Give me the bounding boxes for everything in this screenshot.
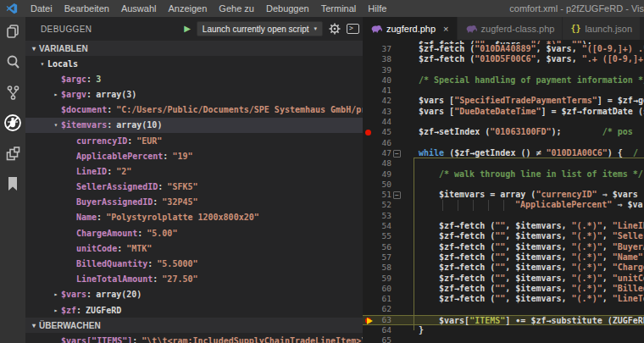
- code-line-51[interactable]: 51−$itemvars = array ("currencyID" ⇒ $va…: [363, 190, 644, 200]
- gutter[interactable]: 51−: [363, 190, 402, 200]
- code-line-37[interactable]: 37$zf→fetch ("010DA40889", $vars, "([0-9…: [363, 44, 644, 54]
- code-line-39[interactable]: 39: [363, 65, 644, 75]
- gutter[interactable]: 62: [363, 304, 402, 314]
- code-line-55[interactable]: 55$zf→fetch ("", $itemvars, "(.*)", "Sel…: [363, 231, 644, 241]
- gutter[interactable]: 56: [363, 242, 402, 252]
- variable-row[interactable]: ▾Locals: [25, 56, 363, 71]
- gutter[interactable]: 60: [363, 284, 402, 294]
- gutter[interactable]: 38: [363, 54, 402, 64]
- code-line-50[interactable]: 50: [363, 180, 644, 190]
- tab-zugferd-class.php[interactable]: zugferd-class.php: [458, 17, 564, 40]
- gear-icon[interactable]: [329, 23, 341, 35]
- chevron-down-icon[interactable]: ▾: [51, 121, 61, 129]
- code-line-53[interactable]: 53: [363, 211, 644, 221]
- code-line-45[interactable]: 45$zf→setIndex ("01063100FD"); /* pos: [363, 127, 644, 137]
- code-line-64[interactable]: 64}: [363, 325, 644, 335]
- explorer-icon[interactable]: [3, 22, 22, 41]
- code-line-60[interactable]: 60$zf→fetch ("", $itemvars, "(.*)", "Bil…: [363, 284, 644, 294]
- breakpoint-icon[interactable]: [365, 130, 371, 136]
- extensions-icon[interactable]: [3, 144, 22, 163]
- chevron-right-icon[interactable]: ▸: [51, 290, 61, 298]
- variable-row[interactable]: BuyerAssignedID:"32P45": [25, 195, 363, 210]
- code-line-65[interactable]: 65: [363, 335, 644, 343]
- variable-row[interactable]: $document:"C:/Users/Public/Documents/SPE…: [25, 102, 363, 118]
- gutter[interactable]: 39: [363, 65, 402, 75]
- variable-row[interactable]: SellerAssignedID:"SFK5": [25, 180, 363, 195]
- code-line-63[interactable]: 63$vars["ITEMS"] ∙= $zf→substitute (ZUGF…: [363, 315, 644, 325]
- menu-item-gehe-zu[interactable]: Gehe zu: [213, 3, 260, 14]
- menu-item-bearbeiten[interactable]: Bearbeiten: [58, 3, 115, 14]
- code-line-43[interactable]: 43$vars ["DueDateDateTime"] = $zf→format…: [363, 107, 644, 117]
- variable-row[interactable]: LineID:"2": [25, 163, 363, 179]
- gutter[interactable]: 42: [363, 96, 402, 106]
- gutter[interactable]: 45: [363, 127, 402, 137]
- debug-console-icon[interactable]: >: [347, 24, 359, 34]
- menu-item-datei[interactable]: Datei: [25, 3, 58, 14]
- menu-item-anzeigen[interactable]: Anzeigen: [162, 3, 213, 14]
- launch-config-dropdown[interactable]: Launch currently open script ▾: [197, 21, 323, 36]
- code-editor[interactable]: $zf→fetch ("", $vars, "(.*)", ""); 37$zf…: [363, 40, 644, 343]
- tab-launch.json[interactable]: {}launch.json: [563, 17, 641, 40]
- gutter[interactable]: 59: [363, 274, 402, 284]
- code-line-59[interactable]: 59$zf→fetch ("", $itemvars, "(.*)", "uni…: [363, 274, 644, 284]
- gutter[interactable]: 50: [363, 180, 402, 190]
- fold-icon[interactable]: −: [393, 191, 401, 199]
- variable-row[interactable]: unitCode:"MTK": [25, 241, 363, 256]
- code-line-42[interactable]: 42$vars ["SpecifiedTradePaymentTerms"] =…: [363, 96, 644, 106]
- gutter[interactable]: 44: [363, 117, 402, 127]
- code-line-41[interactable]: 41: [363, 86, 644, 96]
- variable-row[interactable]: ChargeAmount:"5.00": [25, 225, 363, 241]
- code-line-38[interactable]: 38$zf→fetch ("010D5F00C6", $vars, ".+ ([…: [363, 54, 644, 64]
- code-line-58[interactable]: 58$zf→fetch ("", $itemvars, "(.*)", "Cha…: [363, 263, 644, 273]
- gutter[interactable]: 63: [363, 316, 402, 324]
- gutter[interactable]: 40: [363, 75, 402, 86]
- gutter[interactable]: 57: [363, 252, 402, 263]
- menu-item-hilfe[interactable]: Hilfe: [362, 3, 392, 14]
- variable-row[interactable]: Name:"Polystyrolplatte 1200x800x20": [25, 210, 363, 225]
- close-icon[interactable]: ×: [443, 24, 448, 34]
- code-line-57[interactable]: 57$zf→fetch ("", $itemvars, "(.*)", "Nam…: [363, 252, 644, 263]
- gutter[interactable]: 43: [363, 107, 402, 117]
- menu-item-terminal[interactable]: Terminal: [315, 3, 363, 14]
- source-control-icon[interactable]: [3, 83, 22, 102]
- code-line-56[interactable]: 56$zf→fetch ("", $itemvars, "(.*)", "Buy…: [363, 242, 644, 252]
- code-line-54[interactable]: 54$zf→fetch ("", $itemvars, "(.*)", "Lin…: [363, 221, 644, 231]
- start-debug-button[interactable]: ▶: [184, 25, 191, 33]
- code-line-44[interactable]: 44: [363, 117, 644, 127]
- chevron-right-icon[interactable]: ▸: [51, 91, 61, 98]
- tab-zugferd.php[interactable]: zugferd.php×: [363, 17, 458, 40]
- menu-item-debuggen[interactable]: Debuggen: [260, 3, 315, 14]
- code-line-40[interactable]: 40/* Special handling of payment informa…: [363, 75, 644, 86]
- gutter[interactable]: 41: [363, 86, 402, 96]
- code-line-48[interactable]: 48: [363, 158, 644, 169]
- fold-icon[interactable]: −: [393, 150, 401, 158]
- variable-row[interactable]: ▸$zf:ZUGFeRD: [25, 302, 363, 318]
- gutter[interactable]: 64: [363, 325, 402, 335]
- variable-row[interactable]: $argc:3: [25, 71, 363, 86]
- gutter[interactable]: 61: [363, 294, 402, 304]
- gutter[interactable]: 52: [363, 200, 402, 210]
- gutter[interactable]: 53: [363, 211, 402, 221]
- gutter[interactable]: 46: [363, 138, 402, 148]
- gutter[interactable]: 47−: [363, 148, 402, 158]
- variable-row[interactable]: ▸$argv:array(3): [25, 86, 363, 102]
- code-line-46[interactable]: 46: [363, 138, 644, 148]
- variable-row[interactable]: $vars["ITEMS"]:"\t\t<ram:IncludedSupplyC…: [25, 333, 363, 343]
- debug-icon[interactable]: [3, 113, 22, 132]
- menu-item-auswahl[interactable]: Auswahl: [115, 3, 163, 14]
- variables-section-header[interactable]: ▾ VARIABLEN: [25, 41, 363, 56]
- gutter[interactable]: 48: [363, 158, 402, 169]
- variable-row[interactable]: ▸$vars:array(20): [25, 287, 363, 302]
- gutter[interactable]: 37: [363, 44, 402, 54]
- code-line-62[interactable]: 62: [363, 304, 644, 314]
- gutter[interactable]: 49: [363, 169, 402, 180]
- code-line-52[interactable]: 52"ApplicablePercent" ⇒ $va: [363, 200, 644, 210]
- variable-row[interactable]: ▾$itemvars:array(10): [25, 118, 363, 133]
- variable-row[interactable]: ApplicablePercent:"19": [25, 148, 363, 163]
- gutter[interactable]: 58: [363, 263, 402, 273]
- gutter[interactable]: 55: [363, 231, 402, 241]
- variable-row[interactable]: currencyID:"EUR": [25, 133, 363, 148]
- variable-row[interactable]: LineTotalAmount:"27.50": [25, 272, 363, 287]
- gutter[interactable]: 65: [363, 335, 402, 343]
- gutter[interactable]: 54: [363, 221, 402, 231]
